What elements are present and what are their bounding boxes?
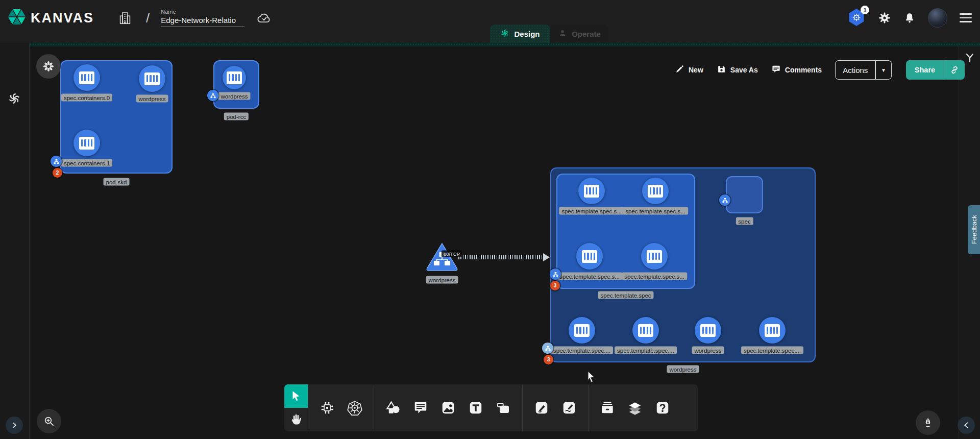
context-count-badge: 1 <box>861 6 869 14</box>
container-icon <box>765 324 780 337</box>
container-icon <box>700 324 716 337</box>
dock-toggle-icon[interactable] <box>964 52 975 63</box>
shapes-tool[interactable] <box>382 397 404 419</box>
comment-tool[interactable] <box>409 397 432 419</box>
network-badge[interactable] <box>550 269 561 280</box>
tab-design[interactable]: Design <box>490 25 550 43</box>
pan-tool[interactable] <box>284 408 308 431</box>
kanvas-spiral-icon[interactable] <box>8 92 21 105</box>
comment-icon <box>771 64 781 76</box>
container-node-label: wordpress <box>692 347 724 354</box>
network-badge[interactable] <box>719 194 730 206</box>
expand-left-panel-button[interactable] <box>6 417 23 434</box>
container-node-label: spec.template.spec.... <box>551 347 613 354</box>
share-split-button[interactable]: Share <box>906 60 965 80</box>
flower-action-button[interactable] <box>36 54 61 79</box>
canvas-toolbar <box>284 384 698 431</box>
wordpress-deployment-group-label: wordpress <box>667 365 699 373</box>
count-badge[interactable]: 2 <box>53 168 62 178</box>
design-spiral-icon <box>500 29 509 39</box>
node-tool[interactable] <box>492 397 514 419</box>
container-node[interactable] <box>632 317 659 344</box>
container-node[interactable] <box>139 65 165 92</box>
container-node[interactable] <box>74 64 100 91</box>
container-node-label: wordpress <box>136 95 168 103</box>
kanvas-logo-icon <box>7 7 27 29</box>
kubernetes-context-switcher[interactable]: 1 <box>848 9 866 27</box>
collapse-right-panel-button[interactable] <box>958 417 975 434</box>
container-node[interactable] <box>74 130 100 156</box>
container-node-label: spec.containers.0 <box>61 94 112 102</box>
pen-nib-button[interactable] <box>916 410 940 435</box>
app-header: KANVAS / Name <box>0 0 980 43</box>
copy-link-icon[interactable] <box>944 60 965 80</box>
kubernetes-tool[interactable] <box>344 397 366 419</box>
brand-name: KANVAS <box>31 10 94 26</box>
container-node[interactable] <box>641 243 668 270</box>
container-node-label: wordpress <box>218 92 250 100</box>
container-node[interactable] <box>223 66 246 89</box>
kanvas-app: KANVAS / Name <box>0 0 980 439</box>
notifications-bell-icon[interactable] <box>903 11 916 25</box>
tab-design-label: Design <box>514 30 540 38</box>
container-node[interactable] <box>578 178 605 204</box>
sketch-tool[interactable] <box>558 397 580 419</box>
service-node-label: wordpress <box>426 276 458 284</box>
user-avatar[interactable] <box>928 8 947 28</box>
kanvas-logo[interactable]: KANVAS <box>7 7 94 29</box>
network-badge[interactable] <box>207 90 218 101</box>
spec-node[interactable] <box>726 176 763 213</box>
toolbar-group <box>374 384 522 431</box>
container-icon <box>584 185 599 198</box>
toolbar-primary-column <box>284 384 308 431</box>
organization-icon[interactable] <box>117 10 133 26</box>
pod-skd-group-label: pod-skd <box>104 178 130 186</box>
share-label: Share <box>906 60 944 80</box>
count-badge[interactable]: 3 <box>544 355 553 364</box>
design-name-field: Name <box>161 9 244 27</box>
help-tool[interactable] <box>651 397 674 419</box>
design-name-input[interactable] <box>161 16 244 27</box>
edge-arrowhead-icon <box>543 253 550 261</box>
tab-operate[interactable]: Operate <box>550 25 608 43</box>
network-badge[interactable] <box>51 156 62 167</box>
drawer-tool[interactable] <box>596 397 619 419</box>
service-edge[interactable] <box>458 255 543 259</box>
container-node-label: spec.containers.1 <box>61 159 112 167</box>
save-as-button[interactable]: Save As <box>717 64 758 76</box>
select-tool[interactable] <box>284 384 308 408</box>
settings-gear-icon[interactable] <box>878 11 891 25</box>
container-node[interactable] <box>642 178 669 204</box>
pen-tool[interactable] <box>530 397 553 419</box>
component-tool[interactable] <box>316 397 338 419</box>
new-label: New <box>689 66 703 74</box>
container-icon <box>582 250 597 263</box>
layers-tool[interactable] <box>624 397 646 419</box>
container-icon <box>574 324 590 337</box>
save-as-label: Save As <box>730 66 758 74</box>
actions-split-button[interactable]: Actions ▼ <box>835 60 892 80</box>
image-tool[interactable] <box>437 397 459 419</box>
hamburger-menu-icon[interactable] <box>960 13 972 22</box>
count-badge[interactable]: 3 <box>550 281 560 290</box>
comments-button[interactable]: Comments <box>771 64 822 76</box>
container-node[interactable] <box>759 317 786 344</box>
service-node[interactable] <box>425 241 459 274</box>
comments-label: Comments <box>785 66 822 74</box>
new-button[interactable]: New <box>675 64 703 76</box>
text-tool[interactable] <box>464 397 487 419</box>
container-icon <box>79 71 94 84</box>
container-icon <box>647 250 662 263</box>
container-node[interactable] <box>569 317 595 344</box>
container-node[interactable] <box>576 243 603 270</box>
feedback-tab[interactable]: Feedback <box>968 205 980 254</box>
zoom-search-button[interactable] <box>37 409 61 433</box>
container-icon <box>638 324 653 337</box>
network-badge[interactable] <box>542 343 553 354</box>
toolbar-group <box>589 384 681 431</box>
container-node-label: spec.template.spec.s... <box>623 207 688 215</box>
spec-template-spec-group[interactable] <box>556 174 695 289</box>
container-node[interactable] <box>695 317 721 344</box>
canvas-top-dotted-strip <box>29 43 980 46</box>
chevron-down-icon[interactable]: ▼ <box>876 61 891 79</box>
